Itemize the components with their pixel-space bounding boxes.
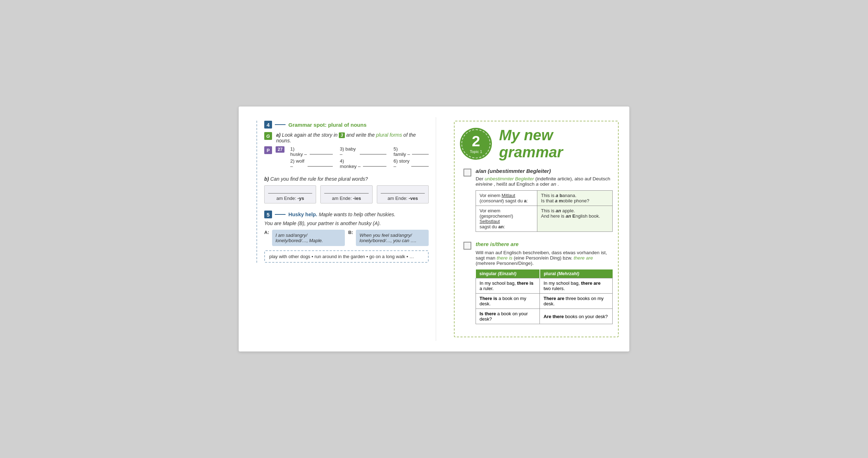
dialogue-b-wrapper: B: When you feel sad/angry/lonely/bored/… xyxy=(348,230,429,246)
exercise4-line xyxy=(275,124,286,125)
section-a-header: a/an (unbestimmter Begleiter) Der unbest… xyxy=(463,168,613,234)
plural-item-5: 5) family – xyxy=(394,146,429,157)
exercise5-desc: You are Maple (B), your partner is anoth… xyxy=(264,220,429,226)
there-desc: Will man auf Englisch beschreiben, dass … xyxy=(476,250,613,266)
exercise5-line xyxy=(275,214,286,215)
item3-field[interactable] xyxy=(360,149,386,154)
rule-line-2 xyxy=(324,188,368,193)
item4-field[interactable] xyxy=(363,161,386,167)
plural-item-4: 4) monkey – xyxy=(340,158,386,169)
topic-label: Topic 1 xyxy=(470,149,482,154)
part-a-label: a) xyxy=(276,132,281,138)
plural-grid: 1) husky – 3) baby – 5) family – 2) wolf… xyxy=(290,146,429,169)
desc4: oder xyxy=(540,181,551,187)
table-left-1: Vor einem Mitlaut (consonant) sagst du a… xyxy=(476,191,537,206)
there-row-1: In my school bag, there is a ruler. In m… xyxy=(476,278,613,294)
rule-label-3: am Ende: -ves xyxy=(387,196,418,201)
rule-line-3 xyxy=(381,188,425,193)
desc5: . xyxy=(558,181,559,187)
part-a-text2: and write the xyxy=(346,132,375,138)
grammar-table-row-1: Vor einem Mitlaut (consonant) sagst du a… xyxy=(476,191,613,206)
grammar-table-row-2: Vor einem (gesprochenen!) Selbstlautsags… xyxy=(476,206,613,232)
exercise4-number: 4 xyxy=(264,121,272,129)
there-section-wrapper: there is/there are Will man auf Englisch… xyxy=(463,241,613,324)
p-badge: P xyxy=(264,146,272,154)
rule-boxes: am Ende: -ys am Ende: -ies am Ende: -ves xyxy=(264,185,429,203)
right-side: 2 Topic 1 My new grammar a/an (unbestimm… xyxy=(447,117,622,341)
there-table-head: singular (Einzahl) plural (Mehrzahl) xyxy=(476,269,613,278)
item6-field[interactable] xyxy=(411,161,429,167)
section-a-desc: Der unbestimmter Begleiter (indefinite a… xyxy=(476,176,613,187)
page-container: 4 Grammar spot: plural of nouns G a) Loo… xyxy=(239,107,629,351)
section-a-content: a/an (unbestimmter Begleiter) Der unbest… xyxy=(476,168,613,234)
th-plural: plural (Mehrzahl) xyxy=(540,269,613,278)
there-table: singular (Einzahl) plural (Mehrzahl) In … xyxy=(476,269,613,324)
section-a-title: a/an (unbestimmter Begleiter) xyxy=(476,168,613,174)
item2-num: 2) wolf – xyxy=(290,158,306,169)
exercise5-title: Husky help. Maple wants to help other hu… xyxy=(288,211,395,218)
desc3: , heißt auf Englisch xyxy=(494,181,536,187)
item4-num: 4) monkey – xyxy=(340,158,362,169)
rule-box-2: am Ende: -ies xyxy=(320,185,372,203)
checkbox-a[interactable] xyxy=(463,169,471,176)
plural-item-1: 1) husky – xyxy=(290,146,332,157)
plural-item-2: 2) wolf – xyxy=(290,158,332,169)
dialogue-bubble-b: When you feel sad/angry/lonely/bored/…, … xyxy=(356,230,429,246)
there-cell-3-right: Are there books on your desk? xyxy=(540,309,613,324)
plural-items-row: P 27 1) husky – 3) baby – 5) family – xyxy=(264,146,429,174)
plural-item-3: 3) baby – xyxy=(340,146,386,157)
dialogue-bubble-a: I am sad/angry/lonely/bored/…, Maple. xyxy=(272,230,345,246)
item5-field[interactable] xyxy=(412,149,429,154)
italic2: a xyxy=(536,181,539,187)
dialogue-b-label: B: xyxy=(348,230,353,235)
grammar-header: 2 Topic 1 My new grammar xyxy=(460,127,613,161)
left-dashed-section: 4 Grammar spot: plural of nouns G a) Loo… xyxy=(256,121,429,263)
page-number: 27 xyxy=(276,146,284,153)
desc1: Der xyxy=(476,176,485,181)
dialogue-a-label: A: xyxy=(264,230,269,235)
a-an-title: a/an (unbestimmter Begleiter) xyxy=(476,168,551,174)
item6-num: 6) story – xyxy=(394,158,410,169)
there-head-row: singular (Einzahl) plural (Mehrzahl) xyxy=(476,269,613,278)
left-side: 4 Grammar spot: plural of nouns G a) Loo… xyxy=(246,117,436,341)
topic-number: 2 xyxy=(472,134,480,149)
rule-box-1: am Ende: -ys xyxy=(264,185,316,203)
exercise5-number: 5 xyxy=(264,211,272,218)
item2-field[interactable] xyxy=(308,161,332,167)
part-a-green-text: plural forms xyxy=(376,132,402,138)
table-right-2: This is an apple. And here is an English… xyxy=(537,206,613,232)
grammar-section-a: a/an (unbestimmter Begleiter) Der unbest… xyxy=(460,168,613,234)
there-cell-1-left: In my school bag, there is a ruler. xyxy=(476,278,540,294)
part-a-instruction: a) Look again at the story in 3 and writ… xyxy=(276,132,429,143)
g-badge: G xyxy=(264,132,272,140)
part-a-text1: Look again at the story in xyxy=(282,132,337,138)
grammar-table-a: Vor einem Mitlaut (consonant) sagst du a… xyxy=(476,190,613,232)
there-desc2: (eine Person/ein Ding) bzw. xyxy=(514,255,574,261)
dialogue-a-wrapper: A: I am sad/angry/lonely/bored/…, Maple. xyxy=(264,230,345,246)
rule-box-3: am Ende: -ves xyxy=(377,185,429,203)
part-b-text: Can you find the rule for these plural w… xyxy=(270,176,368,182)
plural-item-6: 6) story – xyxy=(394,158,429,169)
item1-field[interactable] xyxy=(310,149,333,154)
exercise5-section: 5 Husky help. Maple wants to help other … xyxy=(264,211,429,263)
there-desc3: (mehrere Personen/Dinge). xyxy=(476,261,534,266)
box-num-3: 3 xyxy=(339,132,345,138)
rule-ending-3: -ves xyxy=(409,196,418,201)
there-cell-2-left: There is a book on my desk. xyxy=(476,294,540,309)
grammar-section-there: there is/there are Will man auf Englisch… xyxy=(460,241,613,324)
rule-label-2: am Ende: -ies xyxy=(332,196,361,201)
table-right-1: This is a banana. Is that a mobile phone… xyxy=(537,191,613,206)
exercise5-title-italic: Maple wants to help other huskies. xyxy=(319,212,396,217)
item3-num: 3) baby – xyxy=(340,146,359,157)
there-table-body: In my school bag, there is a ruler. In m… xyxy=(476,278,613,324)
checkbox-there[interactable] xyxy=(463,242,471,250)
topic-circle: 2 Topic 1 xyxy=(460,128,492,160)
part-b: b) Can you find the rule for these plura… xyxy=(264,176,429,182)
item1-num: 1) husky – xyxy=(290,146,308,157)
dashed-right-edge: 2 Topic 1 My new grammar a/an (unbestimm… xyxy=(454,121,619,337)
exercise5-title-bold: Husky help. xyxy=(288,212,317,217)
table-left-2: Vor einem (gesprochenen!) Selbstlautsags… xyxy=(476,206,537,232)
suggestions-box: play with other dogs ▪ run around in the… xyxy=(264,250,429,263)
there-row-2: There is a book on my desk. There are th… xyxy=(476,294,613,309)
exercise4-header: 4 Grammar spot: plural of nouns xyxy=(264,121,429,129)
